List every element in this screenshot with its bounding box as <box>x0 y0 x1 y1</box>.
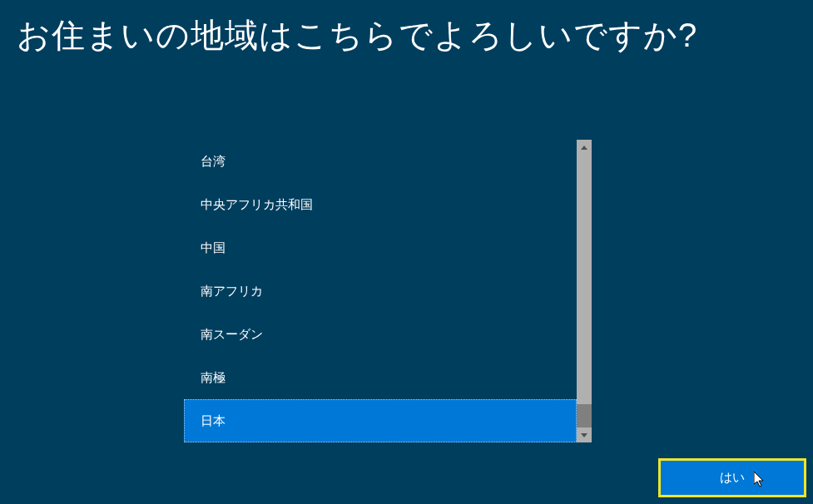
list-item-label: 南極 <box>201 370 226 386</box>
list-item-label: 日本 <box>201 413 226 429</box>
list-item-label: 中国 <box>201 240 226 256</box>
list-item-label: 南アフリカ <box>201 284 263 299</box>
list-item-label: 台湾 <box>201 154 226 170</box>
list-item[interactable]: 中央アフリカ共和国 <box>184 183 577 226</box>
region-list-container: 台湾中央アフリカ共和国中国南アフリカ南スーダン南極日本 <box>184 140 592 442</box>
confirm-button-label: はい <box>720 470 745 486</box>
scroll-track[interactable] <box>577 155 592 427</box>
confirm-button[interactable]: はい <box>658 458 806 497</box>
region-list[interactable]: 台湾中央アフリカ共和国中国南アフリカ南スーダン南極日本 <box>184 140 577 442</box>
list-item[interactable]: 南極 <box>184 356 577 399</box>
scroll-thumb[interactable] <box>577 404 592 427</box>
list-item[interactable]: 中国 <box>184 226 577 269</box>
list-item-label: 南スーダン <box>201 327 263 343</box>
list-item-label: 中央アフリカ共和国 <box>201 197 313 213</box>
list-item[interactable]: 日本 <box>184 399 577 442</box>
scroll-down-arrow-icon[interactable] <box>577 427 592 442</box>
scrollbar[interactable] <box>577 140 592 442</box>
scroll-up-arrow-icon[interactable] <box>577 140 592 155</box>
list-item[interactable]: 南スーダン <box>184 313 577 356</box>
page-title: お住まいの地域はこちらでよろしいですか? <box>0 0 813 71</box>
list-item[interactable]: 南アフリカ <box>184 269 577 313</box>
list-item[interactable]: 台湾 <box>184 140 577 183</box>
